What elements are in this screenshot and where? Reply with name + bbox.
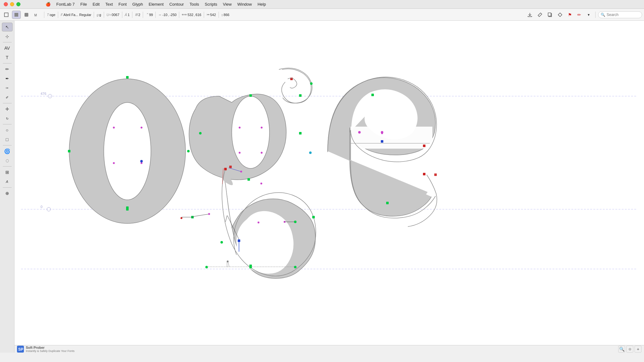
menu-element[interactable]: Element bbox=[149, 2, 164, 7]
copy-btn[interactable] bbox=[546, 11, 554, 19]
zoom-controls: 🔍 ◎ + bbox=[618, 346, 641, 353]
glyph-name-display: g bbox=[99, 13, 101, 17]
svg-point-23 bbox=[141, 127, 142, 129]
rect-tool[interactable]: □ bbox=[2, 135, 13, 144]
svg-point-28 bbox=[232, 96, 269, 168]
mode-prefix: T bbox=[47, 13, 49, 17]
svg-text:SP: SP bbox=[18, 347, 23, 352]
separator-12 bbox=[595, 12, 596, 18]
title-bar: 🍎 FontLab 7 File Edit Text Font Glyph El… bbox=[0, 0, 644, 9]
view-fill-btn[interactable] bbox=[22, 11, 31, 19]
ellipse-tool[interactable]: ○ bbox=[2, 126, 13, 134]
svg-point-35 bbox=[261, 127, 263, 129]
separator-4 bbox=[104, 12, 104, 18]
grid-tool[interactable]: ⊞ bbox=[2, 168, 13, 177]
search-input[interactable] bbox=[598, 11, 642, 18]
size-h-display: 616 bbox=[196, 13, 201, 17]
menu-font[interactable]: Font bbox=[119, 2, 127, 7]
pen-color-btn[interactable]: ✏ bbox=[575, 11, 583, 19]
view-metrics-btn[interactable]: M bbox=[32, 11, 42, 19]
measure-tool[interactable]: A bbox=[2, 177, 13, 186]
svg-text:476: 476 bbox=[41, 92, 46, 96]
svg-rect-38 bbox=[224, 168, 227, 170]
menu-text[interactable]: Text bbox=[105, 2, 113, 7]
svg-point-48 bbox=[180, 217, 182, 219]
unicode-field: U+ 0067 bbox=[107, 13, 119, 17]
spiral-tool[interactable]: 🌀 bbox=[2, 147, 13, 156]
color-arrow-btn[interactable]: ▾ bbox=[585, 11, 593, 19]
diamond-btn[interactable] bbox=[556, 11, 564, 19]
svg-point-75 bbox=[309, 151, 312, 154]
separator-1 bbox=[44, 12, 44, 18]
coord-x-display: -10 bbox=[162, 13, 167, 17]
menu-apple[interactable]: 🍎 bbox=[46, 2, 51, 7]
menu-tools[interactable]: Tools bbox=[190, 2, 199, 7]
pen-tool[interactable]: ✒ bbox=[2, 74, 13, 83]
unicode-value-display: 0067 bbox=[112, 13, 119, 17]
svg-point-54 bbox=[220, 241, 223, 244]
svg-point-71 bbox=[310, 82, 313, 85]
view-preview-btn[interactable] bbox=[12, 11, 21, 19]
svg-point-83 bbox=[381, 132, 383, 134]
eraser-tool[interactable]: ◌ bbox=[2, 156, 13, 165]
svg-point-34 bbox=[239, 127, 241, 129]
menu-scripts[interactable]: Scripts bbox=[205, 2, 217, 7]
svg-rect-0 bbox=[4, 13, 8, 17]
menu-edit[interactable]: Edit bbox=[93, 2, 100, 7]
calligraphy-tool[interactable]: ✐ bbox=[2, 93, 13, 102]
minimize-button[interactable] bbox=[10, 2, 14, 6]
advance-value: 542 bbox=[210, 13, 216, 17]
scale-a-prefix: Â bbox=[125, 13, 127, 17]
svg-rect-2 bbox=[25, 13, 28, 17]
soft-prober-text: Soft Prober Instantly & Safely Duplicate… bbox=[26, 346, 75, 353]
zoom-tool[interactable]: ⊕ bbox=[2, 189, 13, 198]
view-outline-btn[interactable] bbox=[2, 11, 11, 19]
svg-point-31 bbox=[199, 132, 202, 134]
select-tool[interactable]: ↖ bbox=[2, 23, 13, 31]
svg-point-63 bbox=[205, 266, 208, 268]
wand-btn[interactable] bbox=[536, 11, 544, 19]
pencil-tool[interactable]: ✏ bbox=[2, 65, 13, 74]
svg-point-15 bbox=[104, 102, 151, 200]
traffic-lights bbox=[4, 2, 20, 6]
text-tool[interactable]: T bbox=[2, 53, 13, 62]
glyph-prefix: g bbox=[97, 13, 98, 17]
smart-corner-tool[interactable]: ↻ bbox=[2, 114, 13, 123]
menu-app[interactable]: FontLab 7 bbox=[56, 2, 75, 7]
zoom-field: ⌃ 99 bbox=[146, 13, 153, 17]
size-field: ⟺ 532 , 616 bbox=[182, 13, 201, 17]
rapid-pen-tool[interactable]: ✑ bbox=[2, 84, 13, 92]
zoom-fit-btn[interactable]: ◎ bbox=[626, 346, 633, 353]
coords-comma: , bbox=[168, 13, 169, 17]
add-anchor-tool[interactable]: ✛ bbox=[2, 105, 13, 113]
menu-contour[interactable]: Contour bbox=[169, 2, 184, 7]
svg-point-68 bbox=[227, 261, 229, 262]
font-name-display: Abril Fa... Regular bbox=[64, 13, 92, 17]
svg-rect-32 bbox=[299, 132, 302, 134]
node-tool[interactable]: ⊹ bbox=[2, 32, 13, 41]
close-button[interactable] bbox=[4, 2, 8, 6]
export-btn[interactable] bbox=[525, 11, 534, 19]
flag-btn[interactable]: ⚑ bbox=[566, 11, 574, 19]
svg-rect-81 bbox=[386, 202, 389, 204]
svg-point-37 bbox=[261, 152, 263, 154]
zoom-out-btn[interactable]: 🔍 bbox=[618, 346, 625, 353]
maximize-button[interactable] bbox=[16, 2, 20, 6]
kerning-tool[interactable]: AV bbox=[2, 44, 13, 52]
menu-view[interactable]: View bbox=[223, 2, 232, 7]
size-w-display: 532 bbox=[187, 13, 193, 17]
menu-window[interactable]: Window bbox=[237, 2, 252, 7]
svg-point-79 bbox=[358, 131, 361, 134]
tool-sep-2 bbox=[3, 63, 12, 63]
advance-prefix: ↣ bbox=[207, 13, 209, 17]
size-comma: , bbox=[194, 13, 195, 17]
zoom-in-btn[interactable]: + bbox=[635, 346, 641, 353]
menu-file[interactable]: File bbox=[80, 2, 87, 7]
metric-prefix: ↕ bbox=[221, 13, 223, 17]
menu-help[interactable]: Help bbox=[258, 2, 266, 7]
svg-point-26 bbox=[140, 160, 143, 162]
canvas-area[interactable]: 476 0 bbox=[14, 21, 644, 353]
font-prefix: F bbox=[61, 13, 63, 17]
menu-glyph[interactable]: Glyph bbox=[132, 2, 143, 7]
size-prefix: ⟺ bbox=[182, 13, 187, 17]
